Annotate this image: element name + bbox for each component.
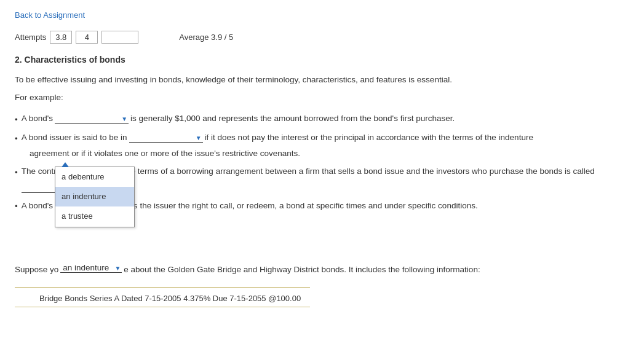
- attempts-value2: 4: [76, 31, 98, 44]
- back-to-assignment-link[interactable]: Back to Assignment: [15, 10, 85, 20]
- dropdown-option-debenture[interactable]: a debenture: [55, 167, 134, 187]
- bullet4-dropdown-popup: a debenture an indenture a trustee: [55, 167, 135, 227]
- bullet-dot-3: •: [15, 166, 18, 180]
- attempts-row: Attempts 3.8 4 Average 3.9 / 5: [15, 31, 629, 44]
- bullet4-dropdown-popup-wrapper: ▼ a debenture an indenture a trustee: [55, 198, 116, 213]
- bullet-dot-4: •: [15, 200, 18, 214]
- suppose-post: e about the Golden Gate Bridge and Highw…: [124, 263, 480, 277]
- dropdown-option-indenture[interactable]: an indenture: [55, 187, 134, 206]
- attempts-input[interactable]: [101, 31, 138, 44]
- bullet2-dropdown[interactable]: default: [129, 133, 203, 143]
- popup-up-arrow: [62, 162, 69, 167]
- bullet-4: • A bond's ▼ a debenture an indenture a …: [15, 198, 629, 214]
- suppose-pre: Suppose yo: [15, 263, 58, 277]
- description: To be effective issuing and investing in…: [15, 73, 629, 87]
- suppose-row: Suppose yo an indenture ▼ e about the Go…: [15, 263, 629, 277]
- average-text: Average 3.9 / 5: [179, 33, 233, 42]
- bullet1-post: is generally $1,000 and represents the a…: [130, 112, 455, 126]
- bullet2-dropdown-wrapper: default ▼: [129, 133, 203, 143]
- bullet1-pre: A bond's: [22, 112, 53, 126]
- bullet1-dropdown[interactable]: par value face value: [55, 114, 129, 124]
- suppose-dropdown[interactable]: an indenture: [60, 263, 122, 273]
- for-example: For example:: [15, 93, 629, 102]
- bullet-2: • A bond issuer is said to be in default…: [15, 131, 629, 146]
- question-title: 2. Characteristics of bonds: [15, 55, 629, 65]
- dropdown-option-trustee[interactable]: a trustee: [55, 206, 134, 226]
- bullet1-dropdown-wrapper: par value face value ▼: [55, 114, 129, 124]
- bullet4-pre: A bond's: [22, 199, 53, 213]
- bullet2-pre: A bond issuer is said to be in: [22, 131, 127, 145]
- bullet-dot-1: •: [15, 113, 18, 127]
- attempts-label: Attempts: [15, 33, 46, 42]
- bottom-horizontal-line: [15, 307, 310, 307]
- bullet4-post: gives the issuer the right to call, or r…: [118, 199, 478, 213]
- attempts-value1: 3.8: [50, 31, 72, 44]
- bullet2-post: if it does not pay the interest or the p…: [205, 131, 533, 145]
- top-horizontal-line: [15, 287, 310, 288]
- bullet2-continuation: agreement or if it violates one or more …: [15, 147, 629, 161]
- bullet-1: • A bond's par value face value ▼ is gen…: [15, 112, 629, 127]
- suppose-dropdown-wrapper: an indenture ▼: [60, 263, 122, 273]
- bullet-dot-2: •: [15, 132, 18, 146]
- bond-info: Bridge Bonds Series A Dated 7-15-2005 4.…: [39, 294, 629, 303]
